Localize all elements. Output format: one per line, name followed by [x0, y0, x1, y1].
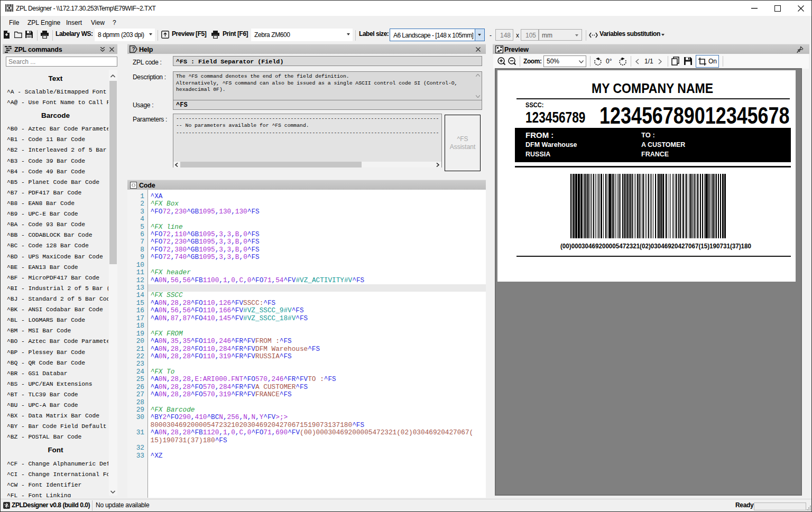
svg-text:?: ?	[132, 46, 135, 52]
